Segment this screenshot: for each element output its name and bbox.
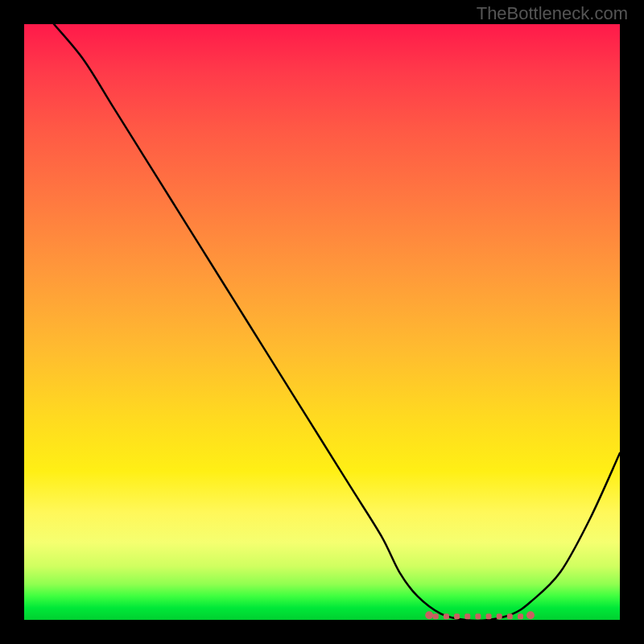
svg-rect-5 [464,613,470,619]
svg-rect-8 [497,613,502,619]
svg-point-1 [526,611,535,619]
svg-rect-10 [518,613,523,619]
svg-rect-7 [486,613,492,619]
svg-rect-9 [507,613,513,619]
svg-rect-4 [454,613,460,619]
svg-rect-3 [444,613,449,619]
watermark-text: TheBottleneck.com [477,3,628,24]
svg-rect-2 [433,613,439,619]
bottleneck-curve [24,24,620,620]
svg-point-0 [425,611,433,619]
svg-rect-6 [475,613,481,619]
chart-plot-area [24,24,620,620]
